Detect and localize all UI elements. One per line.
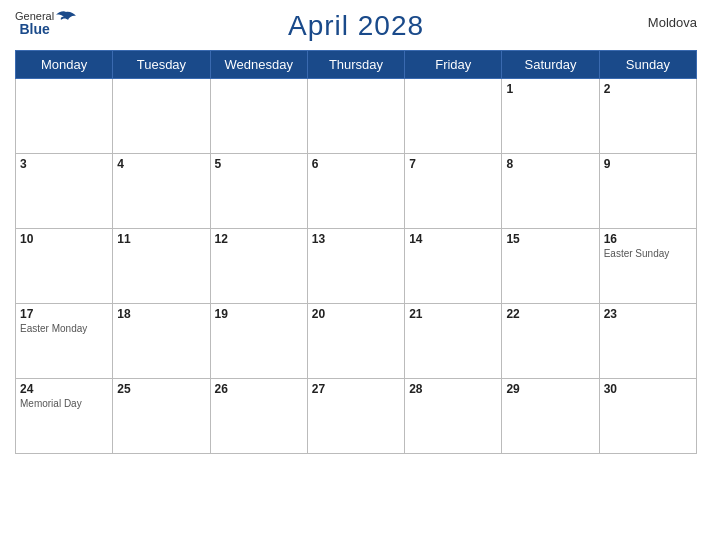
calendar-cell — [16, 79, 113, 154]
day-number: 20 — [312, 307, 400, 321]
calendar-cell — [210, 79, 307, 154]
calendar-cell: 22 — [502, 304, 599, 379]
day-number: 7 — [409, 157, 497, 171]
calendar-week-row: 10111213141516Easter Sunday — [16, 229, 697, 304]
header-tuesday: Tuesday — [113, 51, 210, 79]
logo-blue: Blue — [19, 22, 49, 37]
calendar-cell — [113, 79, 210, 154]
header-wednesday: Wednesday — [210, 51, 307, 79]
day-number: 25 — [117, 382, 205, 396]
calendar-cell: 3 — [16, 154, 113, 229]
calendar-week-row: 12 — [16, 79, 697, 154]
calendar-cell: 28 — [405, 379, 502, 454]
calendar-cell: 15 — [502, 229, 599, 304]
header-monday: Monday — [16, 51, 113, 79]
title-area: April 2028 — [288, 10, 424, 42]
weekday-header-row: Monday Tuesday Wednesday Thursday Friday… — [16, 51, 697, 79]
calendar-cell: 23 — [599, 304, 696, 379]
calendar-cell: 5 — [210, 154, 307, 229]
calendar-title: April 2028 — [288, 10, 424, 42]
calendar-cell — [405, 79, 502, 154]
day-number: 15 — [506, 232, 594, 246]
calendar-cell: 1 — [502, 79, 599, 154]
calendar-cell: 12 — [210, 229, 307, 304]
day-number: 6 — [312, 157, 400, 171]
calendar-thead: Monday Tuesday Wednesday Thursday Friday… — [16, 51, 697, 79]
calendar-cell: 10 — [16, 229, 113, 304]
day-number: 18 — [117, 307, 205, 321]
calendar-table: Monday Tuesday Wednesday Thursday Friday… — [15, 50, 697, 454]
calendar-cell: 25 — [113, 379, 210, 454]
calendar-cell: 24Memorial Day — [16, 379, 113, 454]
calendar-cell: 20 — [307, 304, 404, 379]
calendar-week-row: 3456789 — [16, 154, 697, 229]
calendar-cell — [307, 79, 404, 154]
logo: General Blue — [15, 10, 54, 37]
day-number: 27 — [312, 382, 400, 396]
calendar-cell: 8 — [502, 154, 599, 229]
calendar-cell: 30 — [599, 379, 696, 454]
calendar-cell: 7 — [405, 154, 502, 229]
logo-bird-icon — [56, 10, 76, 26]
calendar-cell: 27 — [307, 379, 404, 454]
day-number: 3 — [20, 157, 108, 171]
day-number: 24 — [20, 382, 108, 396]
calendar-cell: 13 — [307, 229, 404, 304]
calendar-cell: 14 — [405, 229, 502, 304]
calendar-cell: 29 — [502, 379, 599, 454]
calendar-cell: 16Easter Sunday — [599, 229, 696, 304]
country-label: Moldova — [648, 15, 697, 30]
day-number: 5 — [215, 157, 303, 171]
calendar-header: General Blue April 2028 Moldova — [15, 10, 697, 42]
day-number: 13 — [312, 232, 400, 246]
calendar-cell: 21 — [405, 304, 502, 379]
calendar-cell: 17Easter Monday — [16, 304, 113, 379]
header-friday: Friday — [405, 51, 502, 79]
day-number: 10 — [20, 232, 108, 246]
holiday-label: Easter Sunday — [604, 248, 692, 259]
day-number: 19 — [215, 307, 303, 321]
day-number: 30 — [604, 382, 692, 396]
holiday-label: Easter Monday — [20, 323, 108, 334]
day-number: 22 — [506, 307, 594, 321]
calendar-cell: 6 — [307, 154, 404, 229]
day-number: 8 — [506, 157, 594, 171]
calendar-week-row: 17Easter Monday181920212223 — [16, 304, 697, 379]
day-number: 9 — [604, 157, 692, 171]
calendar-page: General Blue April 2028 Moldova Monday T… — [0, 0, 712, 550]
day-number: 29 — [506, 382, 594, 396]
day-number: 28 — [409, 382, 497, 396]
header-saturday: Saturday — [502, 51, 599, 79]
header-thursday: Thursday — [307, 51, 404, 79]
day-number: 14 — [409, 232, 497, 246]
day-number: 17 — [20, 307, 108, 321]
holiday-label: Memorial Day — [20, 398, 108, 409]
calendar-cell: 11 — [113, 229, 210, 304]
day-number: 16 — [604, 232, 692, 246]
day-number: 26 — [215, 382, 303, 396]
header-sunday: Sunday — [599, 51, 696, 79]
calendar-cell: 19 — [210, 304, 307, 379]
calendar-cell: 26 — [210, 379, 307, 454]
day-number: 23 — [604, 307, 692, 321]
calendar-cell: 18 — [113, 304, 210, 379]
calendar-week-row: 24Memorial Day252627282930 — [16, 379, 697, 454]
calendar-body: 12345678910111213141516Easter Sunday17Ea… — [16, 79, 697, 454]
day-number: 11 — [117, 232, 205, 246]
day-number: 12 — [215, 232, 303, 246]
calendar-cell: 2 — [599, 79, 696, 154]
calendar-cell: 4 — [113, 154, 210, 229]
calendar-cell: 9 — [599, 154, 696, 229]
day-number: 4 — [117, 157, 205, 171]
day-number: 2 — [604, 82, 692, 96]
day-number: 1 — [506, 82, 594, 96]
day-number: 21 — [409, 307, 497, 321]
